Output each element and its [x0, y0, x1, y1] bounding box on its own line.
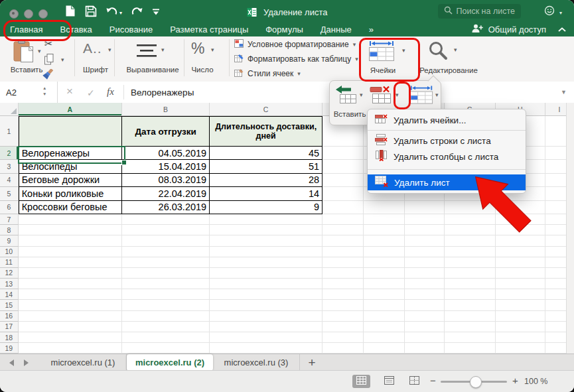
menu-item-delete-columns[interactable]: Удалить столбцы с листа — [368, 149, 526, 164]
grid-cell[interactable] — [364, 343, 405, 354]
ribbon-tab-1[interactable]: Главная — [10, 25, 42, 34]
grid-cell[interactable] — [323, 311, 364, 322]
grid-cell[interactable]: 28 — [210, 174, 323, 187]
grid-cell[interactable] — [122, 300, 210, 310]
grid-cell[interactable] — [323, 268, 364, 279]
grid-cell[interactable] — [19, 247, 122, 257]
grid-cell[interactable] — [405, 322, 445, 332]
grid-cell[interactable] — [19, 279, 122, 289]
prev-sheet-icon[interactable] — [9, 359, 14, 366]
grid-cell[interactable] — [405, 201, 445, 214]
grid-cell[interactable] — [323, 147, 364, 160]
grid-cell[interactable] — [445, 289, 495, 300]
row-header-6[interactable]: 6 — [0, 201, 19, 214]
grid-cell[interactable] — [19, 343, 122, 354]
grid-cell[interactable]: 15.04.2019 — [122, 160, 210, 173]
grid-cell[interactable] — [364, 311, 405, 322]
grid-cell[interactable] — [19, 311, 122, 322]
paste-label[interactable]: Вставить — [5, 66, 48, 74]
sheet-tab-3[interactable]: microexcel.ru (3) — [213, 354, 300, 371]
paste-dropdown-caret-icon[interactable]: ▾ — [38, 48, 41, 54]
grid-cell[interactable] — [210, 235, 323, 246]
grid-cell[interactable] — [323, 187, 364, 200]
ribbon-tab-7[interactable]: » — [369, 25, 374, 34]
grid-cell[interactable] — [364, 214, 405, 225]
grid-cell[interactable] — [364, 235, 405, 246]
grid-cell[interactable] — [210, 343, 323, 354]
grid-cell[interactable] — [210, 268, 323, 279]
cells-icon[interactable] — [367, 40, 396, 64]
grid-cell[interactable] — [405, 225, 445, 235]
normal-view-button[interactable] — [352, 375, 370, 388]
row-header-1[interactable]: 1 — [0, 116, 19, 147]
row-header-5[interactable]: 5 — [0, 187, 19, 200]
ribbon-tab-5[interactable]: Формулы — [265, 25, 303, 34]
search-box[interactable]: Поиск на листе — [438, 4, 521, 19]
alignment-label[interactable]: Выравнивание — [116, 66, 189, 74]
ribbon-tab-4[interactable]: Разметка страницы — [170, 25, 248, 34]
grid-cell[interactable] — [19, 116, 122, 147]
grid-cell[interactable] — [405, 214, 445, 225]
menu-item-delete-rows[interactable]: Удалить строки с листа — [368, 133, 526, 149]
grid-cell[interactable] — [445, 332, 495, 343]
grid-cell[interactable] — [496, 257, 545, 268]
grid-cell[interactable] — [364, 257, 405, 268]
grid-cell[interactable] — [19, 300, 122, 310]
grid-cell[interactable] — [19, 214, 122, 225]
grid-cell[interactable] — [210, 300, 323, 310]
column-header-A[interactable]: A — [19, 103, 122, 116]
grid-cell[interactable]: 9 — [210, 201, 323, 214]
grid-cell[interactable]: Велоренажеры — [19, 147, 122, 160]
row-header-18[interactable]: 18 — [0, 332, 19, 343]
grid-cell[interactable] — [122, 311, 210, 322]
grid-cell[interactable]: 08.03.2019 — [122, 174, 210, 187]
font-label[interactable]: Шрифт — [76, 66, 115, 74]
grid-cell[interactable] — [405, 268, 445, 279]
row-header-3[interactable]: 3 — [0, 160, 19, 173]
grid-cell[interactable] — [323, 289, 364, 300]
grid-cell[interactable]: 51 — [210, 160, 323, 173]
cell-styles-button[interactable]: Стили ячеек▾ — [234, 66, 358, 81]
grid-cell[interactable] — [364, 279, 405, 289]
grid-cell[interactable]: 14 — [210, 187, 323, 200]
grid-cell[interactable] — [496, 332, 545, 343]
copy-dropdown-caret-icon[interactable]: ▾ — [61, 56, 64, 63]
grid-cell[interactable] — [496, 322, 545, 332]
grid-cell[interactable] — [19, 268, 122, 279]
grid-cell[interactable] — [122, 235, 210, 246]
row-header-14[interactable]: 14 — [0, 289, 19, 300]
grid-cell[interactable] — [122, 322, 210, 332]
next-sheet-icon[interactable] — [24, 359, 29, 366]
cut-icon[interactable]: ✂ — [44, 38, 53, 50]
row-header-16[interactable]: 16 — [0, 311, 19, 322]
grid-cell[interactable] — [496, 311, 545, 322]
collapse-ribbon-icon[interactable] — [558, 25, 566, 34]
page-break-view-button[interactable] — [405, 375, 423, 388]
grid-cell[interactable] — [323, 235, 364, 246]
grid-cell[interactable] — [122, 247, 210, 257]
grid-cell[interactable] — [323, 225, 364, 235]
grid-cell[interactable] — [122, 257, 210, 268]
grid-cell[interactable]: 22.04.2019 — [122, 187, 210, 200]
fx-icon[interactable]: fx — [107, 86, 114, 98]
grid-cell[interactable] — [364, 300, 405, 310]
row-header-17[interactable]: 17 — [0, 322, 19, 332]
select-all-corner[interactable] — [0, 103, 19, 116]
zoom-in-icon[interactable]: + — [512, 375, 518, 386]
grid-cell[interactable] — [405, 300, 445, 310]
row-header-15[interactable]: 15 — [0, 300, 19, 310]
grid-cell[interactable] — [445, 268, 495, 279]
vertical-scrollbar[interactable] — [566, 103, 574, 354]
grid-cell[interactable] — [405, 343, 445, 354]
grid-cell[interactable] — [323, 300, 364, 310]
row-header-2[interactable]: 2 — [0, 147, 19, 160]
grid-cell[interactable] — [496, 289, 545, 300]
paste-icon[interactable] — [12, 39, 36, 66]
name-box[interactable]: A2 ▲▼ — [0, 82, 58, 103]
number-format-icon[interactable]: % — [191, 40, 204, 58]
grid-cell[interactable]: Дата отгрузки — [122, 116, 210, 147]
cells-dropdown-caret-icon[interactable]: ▾ — [402, 47, 405, 54]
column-header-C[interactable]: C — [210, 103, 323, 116]
cancel-icon[interactable] — [66, 85, 73, 98]
grid-cell[interactable] — [19, 257, 122, 268]
